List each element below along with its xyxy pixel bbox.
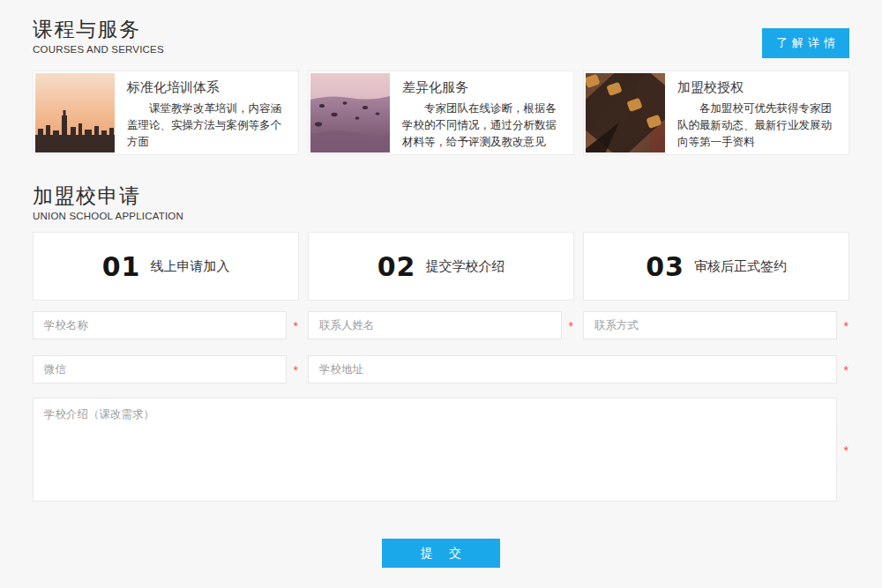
step-label: 提交学校介绍: [425, 258, 505, 275]
step-number: 03: [646, 251, 684, 282]
school-address-input[interactable]: [308, 355, 837, 383]
course-card-body: 加盟校授权 各加盟校可优先获得专家团队的最新动态、最新行业发展动向等第一手资料: [665, 73, 847, 153]
step-number: 02: [377, 251, 416, 282]
application-subtitle: UNION SCHOOL APPLICATION: [33, 211, 183, 222]
courses-section-header: 课程与服务 COURSES AND SERVICES 了解详情: [33, 18, 849, 58]
application-form: * * * * * * 提 交: [33, 311, 849, 568]
course-card-body: 差异化服务 专家团队在线诊断，根据各学校的不同情况，通过分析数据材料等，给予评测…: [390, 73, 572, 153]
application-title: 加盟校申请: [33, 184, 183, 208]
school-intro-field-wrap: *: [33, 398, 849, 502]
course-cards-row: 标准化培训体系 课堂教学改革培训，内容涵盖理论、实操方法与案例等多个方面: [33, 71, 849, 155]
form-row-1: * * *: [33, 311, 849, 339]
required-asterisk: *: [569, 320, 573, 332]
course-card-standard-training: 标准化培训体系 课堂教学改革培训，内容涵盖理论、实操方法与案例等多个方面: [33, 71, 299, 155]
form-row-2: * *: [33, 355, 849, 383]
desert-dusk-image: [310, 73, 390, 153]
courses-subtitle: COURSES AND SERVICES: [33, 44, 164, 56]
required-asterisk: *: [844, 444, 848, 457]
school-name-field-wrap: *: [33, 311, 299, 339]
course-card-title: 加盟校授权: [677, 79, 838, 96]
school-address-field-wrap: *: [308, 355, 849, 383]
wechat-input[interactable]: [33, 355, 287, 383]
step-card-sign-contract: 03 审核后正式签约: [583, 232, 849, 301]
course-card-description: 各加盟校可优先获得专家团队的最新动态、最新行业发展动向等第一手资料: [677, 100, 838, 150]
course-card-title: 标准化培训体系: [127, 79, 288, 96]
film-strip-image: [586, 73, 665, 153]
course-card-body: 标准化培训体系 课堂教学改革培训，内容涵盖理论、实操方法与案例等多个方面: [115, 73, 296, 153]
course-card-differentiated-service: 差异化服务 专家团队在线诊断，根据各学校的不同情况，通过分析数据材料等，给予评测…: [308, 71, 574, 155]
step-label: 线上申请加入: [150, 258, 229, 275]
step-card-apply-online: 01 线上申请加入: [33, 232, 299, 301]
school-intro-textarea[interactable]: [33, 398, 837, 502]
application-section-header: 加盟校申请 UNION SCHOOL APPLICATION: [33, 184, 849, 222]
required-asterisk: *: [844, 320, 848, 332]
school-name-input[interactable]: [33, 311, 287, 339]
step-number: 01: [102, 251, 141, 282]
required-asterisk: *: [844, 364, 848, 376]
required-asterisk: *: [294, 364, 298, 376]
application-steps-row: 01 线上申请加入 02 提交学校介绍 03 审核后正式签约: [33, 232, 849, 301]
contact-name-field-wrap: *: [308, 311, 574, 339]
course-card-description: 专家团队在线诊断，根据各学校的不同情况，通过分析数据材料等，给予评测及教改意见: [402, 100, 563, 150]
course-card-description: 课堂教学改革培训，内容涵盖理论、实操方法与案例等多个方面: [127, 100, 288, 150]
courses-title: 课程与服务: [33, 18, 164, 41]
application-heading-group: 加盟校申请 UNION SCHOOL APPLICATION: [33, 184, 183, 222]
contact-method-field-wrap: *: [583, 311, 849, 339]
submit-button[interactable]: 提 交: [382, 539, 500, 568]
courses-heading-group: 课程与服务 COURSES AND SERVICES: [33, 18, 164, 56]
contact-name-input[interactable]: [308, 311, 562, 339]
wechat-field-wrap: *: [33, 355, 299, 383]
learn-more-button[interactable]: 了解详情: [762, 28, 849, 58]
step-card-submit-intro: 02 提交学校介绍: [308, 232, 574, 301]
page: 课程与服务 COURSES AND SERVICES 了解详情: [0, 0, 882, 588]
required-asterisk: *: [294, 320, 298, 332]
city-skyline-image: [35, 73, 115, 153]
course-card-franchise-authorization: 加盟校授权 各加盟校可优先获得专家团队的最新动态、最新行业发展动向等第一手资料: [583, 71, 849, 155]
contact-method-input[interactable]: [583, 311, 837, 339]
course-card-title: 差异化服务: [402, 79, 563, 96]
step-label: 审核后正式签约: [694, 258, 787, 275]
